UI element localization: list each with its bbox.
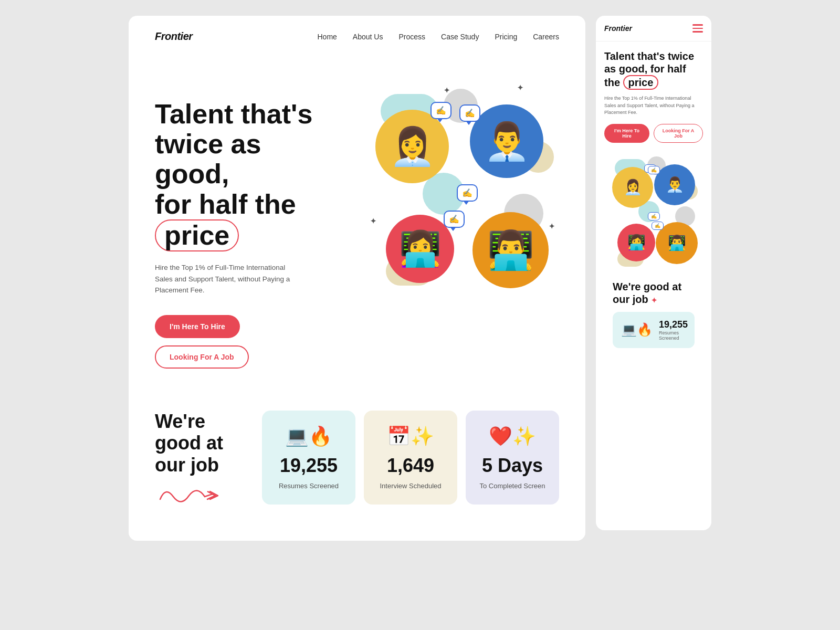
hamburger-line-1 (692, 24, 703, 26)
mobile-hire-button[interactable]: I'm Here To Hire (604, 124, 649, 143)
chat-icon-3: ✍️ (449, 215, 459, 224)
mobile-hero-subtitle: Hire the Top 1% of Full-Time Internation… (604, 95, 703, 117)
person-2-circle: 👨‍💼 (470, 104, 543, 178)
mob-person-4-emoji: 👨‍💻 (668, 234, 686, 251)
mob-chat-3: ✍️ (652, 222, 664, 230)
mob-sparkle: ✦ (651, 296, 657, 304)
mob-stat-icon-laptop: 💻🔥 (621, 322, 653, 337)
nav-pricing[interactable]: Pricing (495, 33, 517, 41)
mobile-hero-title: Talent that's twiceas good, for halfthe … (604, 50, 703, 90)
mob-stat-label: Resumes Screened (659, 330, 688, 341)
hero-subtitle: Hire the Top 1% of Full-Time Internation… (155, 262, 291, 296)
hero-section: Talent that's twice as good, for half th… (129, 57, 585, 400)
hamburger-menu[interactable] (692, 24, 703, 33)
hero-title-line1: Talent that's (155, 99, 312, 129)
mob-stat-number: 19,255 (659, 319, 688, 330)
mob-chat-4: ✍️ (648, 212, 660, 220)
stats-heading: We're good at our job (155, 411, 249, 509)
stat-card-interviews: 📅✨ 1,649 Interview Scheduled (364, 411, 457, 505)
stat-label-days: To Completed Screen (479, 482, 545, 490)
mobile-stats-title: We're good at our job ✦ (604, 280, 703, 306)
squiggle-decoration (155, 481, 223, 507)
stat-number-interviews: 1,649 (387, 455, 434, 477)
sparkle-1: ✦ (444, 86, 449, 94)
sparkle-3: ✦ (370, 217, 375, 225)
hero-buttons: I'm Here To Hire Looking For A Job (155, 315, 339, 369)
person-4-emoji: 👨‍💻 (487, 228, 534, 272)
chat-bubble-3: ✍️ (444, 211, 465, 228)
person-1-emoji: 👩‍💼 (390, 125, 435, 168)
stat-icon-heart: ❤️✨ (489, 425, 536, 447)
nav-links: Home About Us Process Case Study Pricing… (318, 32, 560, 41)
mob-person-2: 👨‍💼 (654, 164, 695, 205)
hero-title: Talent that's twice as good, for half th… (155, 99, 339, 251)
hamburger-line-3 (692, 31, 703, 33)
job-button[interactable]: Looking For A Job (155, 345, 249, 369)
mobile-hero-illustration: 👩‍💼 👨‍💼 👩‍💻 👨‍💻 ✍️ ✍️ ✍️ ✍️ (604, 151, 703, 272)
mobile-hero-buttons: I'm Here To Hire Looking For A Job (604, 124, 703, 143)
stats-cards: 💻🔥 19,255 Resumes Screened 📅✨ 1,649 Inte… (262, 411, 559, 505)
stat-icon-laptop: 💻🔥 (285, 425, 332, 447)
mobile-job-button[interactable]: Looking For A Job (654, 124, 703, 143)
chat-bubble-2: ✍️ (459, 104, 480, 122)
hero-title-line3: for half the (155, 189, 296, 219)
mob-person-3: 👩‍💻 (617, 224, 655, 261)
stat-card-resumes: 💻🔥 19,255 Resumes Screened (262, 411, 355, 505)
hire-button[interactable]: I'm Here To Hire (155, 315, 240, 338)
stat-label-resumes: Resumes Screened (279, 482, 339, 490)
chat-bubble-1: ✍️ (430, 102, 452, 119)
mob-chat-2: ✍️ (648, 166, 660, 174)
hamburger-line-2 (692, 28, 703, 29)
sparkle-2: ✦ (517, 83, 522, 92)
nav-about[interactable]: About Us (353, 33, 383, 41)
main-navigation: Frontier Home About Us Process Case Stud… (129, 16, 585, 57)
mobile-navigation: Frontier (596, 16, 711, 41)
mobile-logo: Frontier (604, 24, 632, 33)
main-desktop-panel: Frontier Home About Us Process Case Stud… (129, 16, 585, 541)
mobile-hero: Talent that's twiceas good, for halfthe … (596, 41, 711, 362)
chat-bubble-4: ✍️ (457, 184, 478, 202)
stat-icon-calendar: 📅✨ (387, 425, 434, 447)
mob-stat-info: 19,255 Resumes Screened (659, 319, 688, 341)
stats-title: We're good at our job (155, 411, 249, 476)
hero-illustration: 👩‍💼 👨‍💼 👩‍💻 👨‍💻 ✍️ ✍️ ✍️ ✍️ (354, 78, 559, 299)
hero-title-line2: twice as good, (155, 129, 261, 189)
sparkle-4: ✦ (549, 222, 554, 230)
stat-number-days: 5 Days (482, 455, 543, 477)
stat-label-interviews: Interview Scheduled (380, 482, 441, 490)
nav-process[interactable]: Process (398, 33, 425, 41)
mob-person-3-emoji: 👩‍💻 (627, 234, 646, 251)
person-4-circle: 👨‍💻 (472, 212, 549, 288)
stat-card-days: ❤️✨ 5 Days To Completed Screen (466, 411, 559, 505)
person-3-emoji: 👩‍💻 (399, 229, 442, 269)
nav-careers[interactable]: Careers (533, 33, 559, 41)
mobile-panel: Frontier Talent that's twiceas good, for… (596, 16, 711, 530)
mob-person-1-emoji: 👩‍💼 (624, 178, 642, 196)
nav-home[interactable]: Home (318, 33, 337, 41)
mob-person-2-emoji: 👨‍💼 (666, 176, 684, 193)
mobile-price-highlight: price (623, 75, 659, 90)
nav-case-study[interactable]: Case Study (441, 33, 479, 41)
mob-person-1: 👩‍💼 (612, 167, 653, 208)
chat-icon-2: ✍️ (465, 109, 475, 118)
hero-title-price: price (155, 219, 239, 251)
logo: Frontier (155, 30, 193, 43)
chat-icon-1: ✍️ (436, 106, 446, 115)
hero-content-left: Talent that's twice as good, for half th… (155, 78, 339, 369)
chat-icon-4: ✍️ (462, 188, 472, 197)
stat-number-resumes: 19,255 (280, 455, 338, 477)
mobile-stat-card-resumes: 💻🔥 19,255 Resumes Screened (613, 312, 695, 348)
stats-section: We're good at our job 💻🔥 19,255 Resumes … (129, 400, 585, 541)
person-2-emoji: 👨‍💼 (484, 120, 530, 163)
